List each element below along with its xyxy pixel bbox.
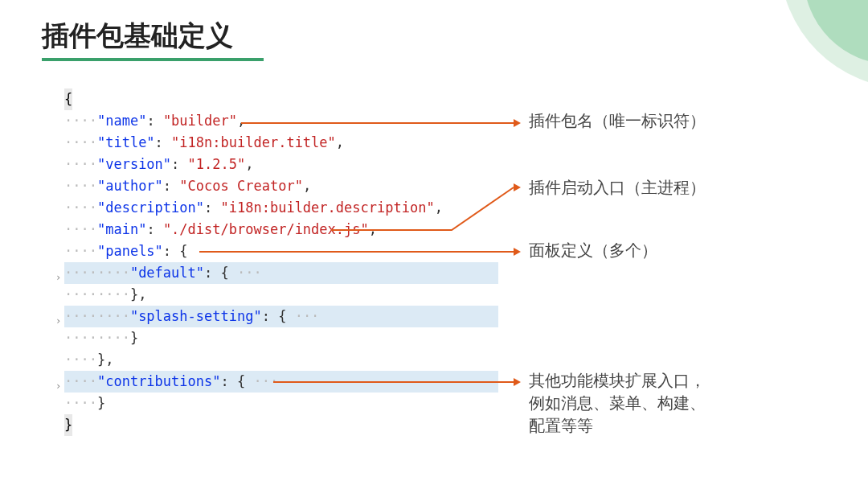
annotation-main: 插件启动入口（主进程） [529,176,706,199]
code-line: { [64,88,498,110]
chevron-right-icon: › [55,267,61,289]
title-underline [42,58,264,61]
code-line-splash: ›········"splash-setting": { ··· [64,306,498,327]
code-line-panels: ····"panels": { [64,240,498,262]
svg-marker-1 [514,119,521,127]
code-line-close: ········}, [64,284,498,306]
code-line-contributions: ›····"contributions": { ··· [64,371,498,393]
code-line-version: ····"version": "1.2.5", [64,154,498,175]
code-block: { ····"name": "builder", ····"title": "i… [64,88,498,436]
chevron-right-icon: › [55,376,61,397]
chevron-right-icon: › [55,310,61,332]
code-line-author: ····"author": "Cocos Creator", [64,175,498,197]
annotation-contributions: 其他功能模块扩展入口， 例如消息、菜单、构建、 配置等等 [529,369,706,437]
svg-marker-2 [514,183,521,191]
code-line-close: ····}, [64,349,498,371]
annotation-name: 插件包名（唯一标识符） [529,109,706,132]
code-line-close: } [64,414,498,436]
annotation-panels: 面板定义（多个） [529,239,657,261]
svg-marker-4 [514,248,521,256]
slide-title: 插件包基础定义 [42,18,233,55]
code-line-description: ····"description": "i18n:builder.descrip… [64,197,498,219]
code-line-close: ····} [64,393,498,414]
code-line-title: ····"title": "i18n:builder.title", [64,132,498,154]
code-line-main: ····"main": "./dist/browser/index.js", [64,219,498,240]
svg-marker-6 [514,378,521,386]
code-line-close: ········} [64,327,498,349]
code-line-default: ›········"default": { ··· [64,262,498,284]
code-line-name: ····"name": "builder", [64,110,498,132]
